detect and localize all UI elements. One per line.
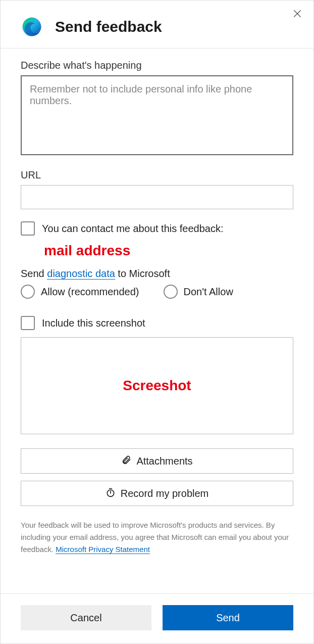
screenshot-row: Include this screenshot — [21, 316, 293, 330]
stopwatch-icon — [106, 487, 116, 500]
screenshot-annotation: Screeshot — [123, 378, 191, 394]
dialog-title: Send feedback — [55, 18, 162, 35]
describe-label: Describe what's happening — [21, 60, 293, 71]
dont-allow-radio[interactable]: Don't Allow — [164, 285, 233, 299]
send-button[interactable]: Send — [163, 605, 293, 630]
dont-allow-label: Don't Allow — [184, 286, 233, 298]
screenshot-checkbox[interactable] — [21, 316, 35, 330]
url-input[interactable] — [21, 185, 293, 209]
diagnostic-prefix: Send — [21, 268, 47, 279]
screenshot-preview: Screeshot — [21, 337, 293, 434]
contact-row: You can contact me about this feedback: — [21, 221, 293, 236]
diagnostic-line: Send diagnostic data to Microsoft — [21, 268, 293, 280]
screenshot-label: Include this screenshot — [42, 317, 145, 329]
allow-label: Allow (recommended) — [41, 286, 139, 298]
contact-label: You can contact me about this feedback: — [42, 223, 224, 235]
edge-logo-icon — [21, 16, 43, 38]
feedback-dialog: Send feedback Describe what's happening … — [0, 0, 314, 644]
mail-address-annotation: mail address — [44, 243, 293, 259]
contact-checkbox[interactable] — [21, 221, 35, 236]
url-label: URL — [21, 169, 293, 181]
attachments-label: Attachments — [136, 455, 192, 467]
diagnostic-radio-group: Allow (recommended) Don't Allow — [21, 285, 293, 299]
record-label: Record my problem — [121, 488, 209, 499]
dialog-footer: Cancel Send — [1, 593, 313, 643]
diagnostic-suffix: to Microsoft — [115, 268, 170, 279]
dialog-body: Describe what's happening URL You can co… — [1, 49, 313, 593]
paperclip-icon — [121, 455, 131, 468]
cancel-button[interactable]: Cancel — [21, 605, 151, 630]
radio-icon — [164, 285, 178, 299]
radio-icon — [21, 285, 35, 299]
dialog-header: Send feedback — [1, 1, 313, 48]
disclaimer-text: Your feedback will be used to improve Mi… — [21, 519, 293, 556]
record-problem-button[interactable]: Record my problem — [21, 481, 293, 506]
privacy-statement-link[interactable]: Microsoft Privacy Statement — [56, 545, 150, 554]
describe-input[interactable] — [21, 75, 293, 155]
diagnostic-data-link[interactable]: diagnostic data — [47, 268, 115, 280]
attachments-button[interactable]: Attachments — [21, 448, 293, 474]
allow-radio[interactable]: Allow (recommended) — [21, 285, 139, 299]
